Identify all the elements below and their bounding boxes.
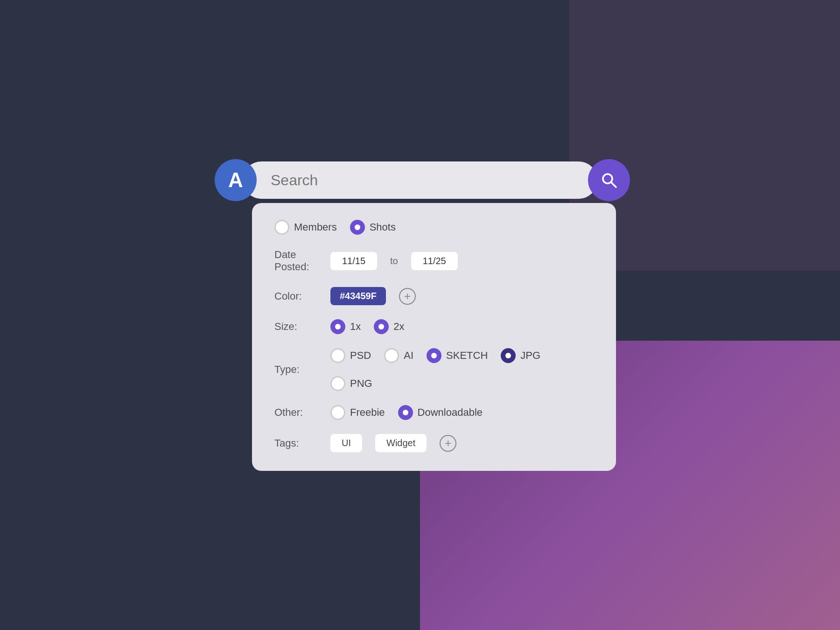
radio-label-freebie: Freebie <box>350 406 385 419</box>
tag-ui[interactable]: UI <box>330 434 362 452</box>
radio-circle-1x <box>330 319 345 334</box>
search-icon <box>600 171 618 189</box>
radio-shots[interactable]: Shots <box>350 220 396 235</box>
radio-circle-2x <box>374 319 389 334</box>
radio-label-downloadable: Downloadable <box>418 406 483 419</box>
type-row: Type: PSD AI SKETCH JPG <box>274 348 594 391</box>
tags-label: Tags: <box>274 437 330 449</box>
color-add-button[interactable]: + <box>399 288 416 305</box>
filter-panel: Members Shots Date Posted: to Color: #43… <box>252 203 616 471</box>
radio-label-shots: Shots <box>370 221 396 233</box>
radio-label-psd: PSD <box>350 350 371 362</box>
color-chip[interactable]: #43459F <box>330 287 386 305</box>
date-from-input[interactable] <box>330 252 377 270</box>
search-bar <box>243 161 597 199</box>
color-row: Color: #43459F + <box>274 287 594 305</box>
radio-members[interactable]: Members <box>274 220 337 235</box>
date-label: Date Posted: <box>274 249 330 273</box>
radio-circle-png <box>330 376 345 391</box>
other-label: Other: <box>274 406 330 419</box>
radio-label-2x: 2x <box>393 321 404 333</box>
radio-circle-ai <box>384 348 399 363</box>
radio-circle-sketch <box>427 348 441 363</box>
tags-options: UI Widget + <box>330 434 456 452</box>
search-button[interactable] <box>588 159 630 201</box>
search-input[interactable] <box>271 172 560 189</box>
radio-2x[interactable]: 2x <box>374 319 404 334</box>
size-row: Size: 1x 2x <box>274 319 594 334</box>
radio-1x[interactable]: 1x <box>330 319 361 334</box>
radio-circle-freebie <box>330 405 345 420</box>
radio-label-ai: AI <box>404 350 413 362</box>
radio-label-jpg: JPG <box>520 350 540 362</box>
avatar: A <box>215 159 257 201</box>
tags-row: Tags: UI Widget + <box>274 434 594 452</box>
radio-freebie[interactable]: Freebie <box>330 405 385 420</box>
radio-jpg[interactable]: JPG <box>501 348 540 363</box>
radio-circle-members <box>274 220 289 235</box>
color-options: #43459F + <box>330 287 416 305</box>
radio-downloadable[interactable]: Downloadable <box>398 405 483 420</box>
radio-circle-downloadable <box>398 405 413 420</box>
date-row: Date Posted: to <box>274 249 594 273</box>
radio-circle-psd <box>330 348 345 363</box>
type-label: Type: <box>274 364 330 376</box>
radio-png[interactable]: PNG <box>330 376 372 391</box>
radio-circle-jpg <box>501 348 516 363</box>
date-to-label: to <box>390 256 398 266</box>
radio-sketch[interactable]: SKETCH <box>427 348 488 363</box>
size-label: Size: <box>274 321 330 333</box>
size-options: 1x 2x <box>330 319 405 334</box>
date-options: to <box>330 252 458 270</box>
svg-line-1 <box>611 182 616 187</box>
page-center: A Members Shots <box>210 159 630 471</box>
radio-label-sketch: SKETCH <box>446 350 488 362</box>
other-options: Freebie Downloadable <box>330 405 483 420</box>
other-row: Other: Freebie Downloadable <box>274 405 594 420</box>
search-row: A <box>210 159 630 201</box>
color-label: Color: <box>274 290 330 302</box>
category-options: Members Shots <box>274 220 396 235</box>
radio-circle-shots <box>350 220 365 235</box>
type-options: PSD AI SKETCH JPG PNG <box>330 348 594 391</box>
tag-widget[interactable]: Widget <box>375 434 427 452</box>
radio-label-1x: 1x <box>350 321 361 333</box>
category-row: Members Shots <box>274 220 594 235</box>
radio-psd[interactable]: PSD <box>330 348 371 363</box>
tags-add-button[interactable]: + <box>440 435 456 452</box>
date-to-input[interactable] <box>411 252 458 270</box>
radio-label-members: Members <box>294 221 337 233</box>
radio-ai[interactable]: AI <box>384 348 413 363</box>
radio-label-png: PNG <box>350 378 372 390</box>
